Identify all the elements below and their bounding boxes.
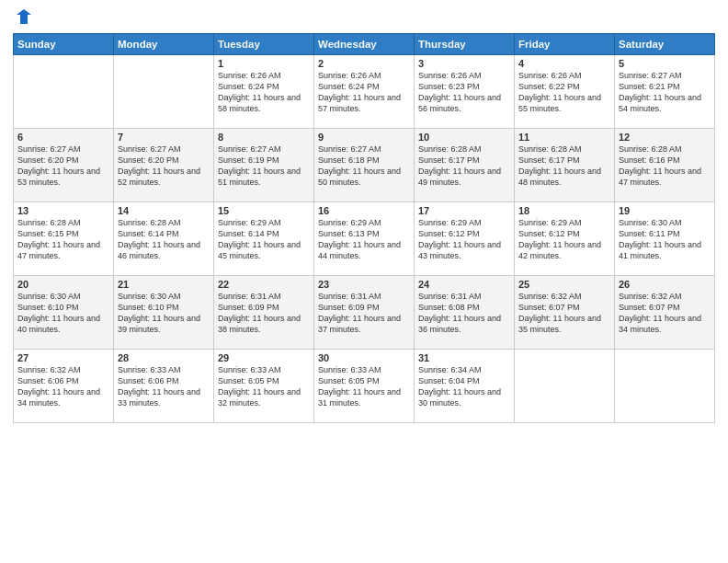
day-info: Sunrise: 6:29 AMSunset: 6:12 PMDaylight:… [418, 217, 510, 262]
day-info: Sunrise: 6:32 AMSunset: 6:07 PMDaylight:… [619, 291, 711, 336]
calendar-cell: 13Sunrise: 6:28 AMSunset: 6:15 PMDayligh… [14, 202, 114, 276]
day-info: Sunrise: 6:28 AMSunset: 6:15 PMDaylight:… [17, 217, 109, 262]
page: Sunday Monday Tuesday Wednesday Thursday… [0, 0, 728, 563]
day-info: Sunrise: 6:26 AMSunset: 6:24 PMDaylight:… [218, 70, 310, 115]
day-info: Sunrise: 6:27 AMSunset: 6:18 PMDaylight:… [318, 144, 410, 189]
calendar-cell: 17Sunrise: 6:29 AMSunset: 6:12 PMDayligh… [415, 202, 515, 276]
calendar-cell: 21Sunrise: 6:30 AMSunset: 6:10 PMDayligh… [114, 276, 214, 350]
calendar-cell: 14Sunrise: 6:28 AMSunset: 6:14 PMDayligh… [114, 202, 214, 276]
day-info: Sunrise: 6:28 AMSunset: 6:17 PMDaylight:… [518, 144, 610, 189]
day-number: 28 [118, 352, 210, 363]
day-info: Sunrise: 6:29 AMSunset: 6:14 PMDaylight:… [218, 217, 310, 262]
calendar-cell: 27Sunrise: 6:32 AMSunset: 6:06 PMDayligh… [14, 350, 114, 423]
calendar-cell: 7Sunrise: 6:27 AMSunset: 6:20 PMDaylight… [114, 129, 214, 202]
calendar-cell: 25Sunrise: 6:32 AMSunset: 6:07 PMDayligh… [515, 276, 615, 350]
day-number: 29 [218, 352, 310, 363]
calendar-cell: 28Sunrise: 6:33 AMSunset: 6:06 PMDayligh… [114, 350, 214, 423]
calendar-cell: 29Sunrise: 6:33 AMSunset: 6:05 PMDayligh… [214, 350, 314, 423]
day-number: 30 [318, 352, 410, 363]
calendar-cell: 10Sunrise: 6:28 AMSunset: 6:17 PMDayligh… [415, 129, 515, 202]
calendar-cell: 3Sunrise: 6:26 AMSunset: 6:23 PMDaylight… [415, 55, 515, 129]
day-info: Sunrise: 6:28 AMSunset: 6:16 PMDaylight:… [619, 144, 711, 189]
day-number: 21 [118, 279, 210, 290]
week-row-4: 20Sunrise: 6:30 AMSunset: 6:10 PMDayligh… [14, 276, 715, 350]
day-info: Sunrise: 6:30 AMSunset: 6:10 PMDaylight:… [118, 291, 210, 336]
day-number: 20 [17, 279, 109, 290]
calendar-cell [114, 55, 214, 129]
logo [13, 9, 33, 26]
calendar-cell: 1Sunrise: 6:26 AMSunset: 6:24 PMDaylight… [214, 55, 314, 129]
calendar-cell: 22Sunrise: 6:31 AMSunset: 6:09 PMDayligh… [214, 276, 314, 350]
week-row-1: 1Sunrise: 6:26 AMSunset: 6:24 PMDaylight… [14, 55, 715, 129]
day-info: Sunrise: 6:26 AMSunset: 6:22 PMDaylight:… [518, 70, 610, 115]
day-info: Sunrise: 6:31 AMSunset: 6:09 PMDaylight:… [218, 291, 310, 336]
calendar-cell: 16Sunrise: 6:29 AMSunset: 6:13 PMDayligh… [314, 202, 415, 276]
day-info: Sunrise: 6:31 AMSunset: 6:08 PMDaylight:… [418, 291, 510, 336]
logo-flag-icon [15, 7, 33, 26]
day-number: 5 [619, 58, 711, 69]
week-row-2: 6Sunrise: 6:27 AMSunset: 6:20 PMDaylight… [14, 129, 715, 202]
day-number: 25 [518, 279, 610, 290]
weekday-header-row: Sunday Monday Tuesday Wednesday Thursday… [14, 34, 715, 55]
calendar-cell: 2Sunrise: 6:26 AMSunset: 6:24 PMDaylight… [314, 55, 415, 129]
calendar-cell [515, 350, 615, 423]
day-info: Sunrise: 6:26 AMSunset: 6:24 PMDaylight:… [318, 70, 410, 115]
calendar-cell: 31Sunrise: 6:34 AMSunset: 6:04 PMDayligh… [415, 350, 515, 423]
day-info: Sunrise: 6:33 AMSunset: 6:05 PMDaylight:… [218, 364, 310, 409]
calendar-cell [615, 350, 715, 423]
header-monday: Monday [114, 34, 214, 55]
day-info: Sunrise: 6:30 AMSunset: 6:11 PMDaylight:… [619, 217, 711, 262]
day-number: 14 [118, 205, 210, 216]
day-number: 2 [318, 58, 410, 69]
header-saturday: Saturday [615, 34, 715, 55]
day-number: 26 [619, 279, 711, 290]
logo-text [13, 9, 33, 26]
day-number: 19 [619, 205, 711, 216]
header-friday: Friday [515, 34, 615, 55]
calendar-cell: 20Sunrise: 6:30 AMSunset: 6:10 PMDayligh… [14, 276, 114, 350]
calendar-cell: 15Sunrise: 6:29 AMSunset: 6:14 PMDayligh… [214, 202, 314, 276]
day-info: Sunrise: 6:30 AMSunset: 6:10 PMDaylight:… [17, 291, 109, 336]
week-row-3: 13Sunrise: 6:28 AMSunset: 6:15 PMDayligh… [14, 202, 715, 276]
calendar-cell: 9Sunrise: 6:27 AMSunset: 6:18 PMDaylight… [314, 129, 415, 202]
calendar-cell [14, 55, 114, 129]
week-row-5: 27Sunrise: 6:32 AMSunset: 6:06 PMDayligh… [14, 350, 715, 423]
day-number: 3 [418, 58, 510, 69]
header-sunday: Sunday [14, 34, 114, 55]
day-number: 6 [17, 132, 109, 143]
day-number: 17 [418, 205, 510, 216]
day-number: 9 [318, 132, 410, 143]
calendar-cell: 8Sunrise: 6:27 AMSunset: 6:19 PMDaylight… [214, 129, 314, 202]
day-number: 22 [218, 279, 310, 290]
day-number: 11 [518, 132, 610, 143]
day-number: 13 [17, 205, 109, 216]
day-number: 27 [17, 352, 109, 363]
calendar-cell: 12Sunrise: 6:28 AMSunset: 6:16 PMDayligh… [615, 129, 715, 202]
calendar-cell: 26Sunrise: 6:32 AMSunset: 6:07 PMDayligh… [615, 276, 715, 350]
calendar-cell: 6Sunrise: 6:27 AMSunset: 6:20 PMDaylight… [14, 129, 114, 202]
day-number: 1 [218, 58, 310, 69]
day-number: 23 [318, 279, 410, 290]
calendar-cell: 23Sunrise: 6:31 AMSunset: 6:09 PMDayligh… [314, 276, 415, 350]
calendar-cell: 4Sunrise: 6:26 AMSunset: 6:22 PMDaylight… [515, 55, 615, 129]
calendar-cell: 5Sunrise: 6:27 AMSunset: 6:21 PMDaylight… [615, 55, 715, 129]
day-info: Sunrise: 6:34 AMSunset: 6:04 PMDaylight:… [418, 364, 510, 409]
day-number: 24 [418, 279, 510, 290]
day-info: Sunrise: 6:28 AMSunset: 6:17 PMDaylight:… [418, 144, 510, 189]
day-info: Sunrise: 6:27 AMSunset: 6:19 PMDaylight:… [218, 144, 310, 189]
calendar-cell: 11Sunrise: 6:28 AMSunset: 6:17 PMDayligh… [515, 129, 615, 202]
day-number: 16 [318, 205, 410, 216]
day-info: Sunrise: 6:27 AMSunset: 6:21 PMDaylight:… [619, 70, 711, 115]
calendar-cell: 19Sunrise: 6:30 AMSunset: 6:11 PMDayligh… [615, 202, 715, 276]
calendar-cell: 30Sunrise: 6:33 AMSunset: 6:05 PMDayligh… [314, 350, 415, 423]
header-wednesday: Wednesday [314, 34, 415, 55]
day-info: Sunrise: 6:29 AMSunset: 6:12 PMDaylight:… [518, 217, 610, 262]
day-info: Sunrise: 6:28 AMSunset: 6:14 PMDaylight:… [118, 217, 210, 262]
day-info: Sunrise: 6:32 AMSunset: 6:07 PMDaylight:… [518, 291, 610, 336]
header [13, 9, 715, 26]
svg-marker-0 [17, 9, 31, 24]
day-number: 7 [118, 132, 210, 143]
day-info: Sunrise: 6:29 AMSunset: 6:13 PMDaylight:… [318, 217, 410, 262]
day-number: 31 [418, 352, 510, 363]
day-number: 15 [218, 205, 310, 216]
